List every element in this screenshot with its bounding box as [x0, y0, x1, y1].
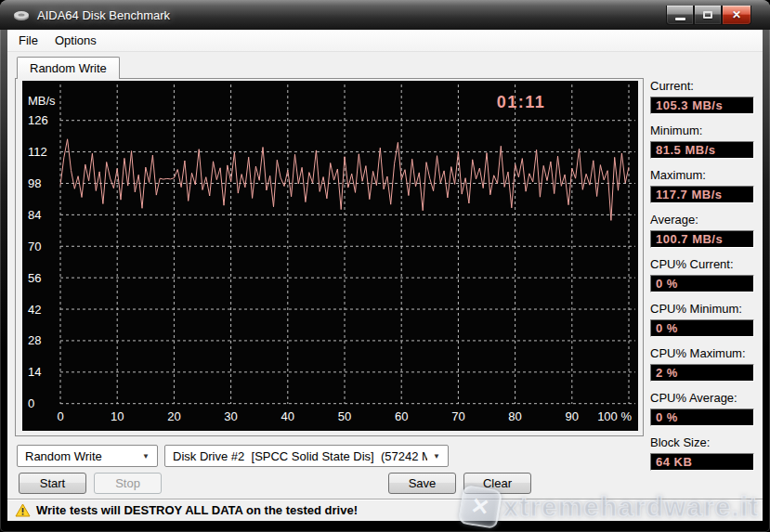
tab-pane: MB/s126112988470564228140010203040506070…	[15, 78, 644, 436]
stat-cpu-maximum: CPU% Maximum: 2 %	[650, 346, 754, 382]
stat-label: CPU% Maximum:	[650, 346, 754, 360]
svg-text:MB/s: MB/s	[28, 94, 56, 108]
svg-text:70: 70	[451, 409, 464, 423]
chevron-down-icon: ▼	[142, 452, 150, 461]
status-bar: Write tests will DESTROY ALL DATA on the…	[7, 499, 763, 521]
stat-average: Average: 100.7 MB/s	[650, 213, 754, 248]
svg-text:80: 80	[508, 409, 521, 423]
svg-text:126: 126	[28, 113, 48, 127]
svg-text:10: 10	[111, 409, 124, 423]
svg-text:20: 20	[167, 409, 180, 423]
title-bar[interactable]: AIDA64 Disk Benchmark ✕	[0, 0, 770, 30]
stat-current: Current: 105.3 MB/s	[650, 79, 754, 114]
stat-maximum: Maximum: 117.7 MB/s	[650, 168, 754, 203]
svg-text:70: 70	[28, 240, 41, 253]
svg-text:01:11: 01:11	[497, 93, 546, 111]
stat-cpu-minimum: CPU% Minimum: 0 %	[650, 302, 754, 337]
close-icon: ✕	[732, 9, 741, 20]
stat-value: 0 %	[650, 319, 754, 337]
menu-options[interactable]: Options	[46, 30, 105, 51]
stat-label: Average:	[650, 213, 754, 227]
test-type-value: Random Write	[25, 449, 137, 463]
window-frame: AIDA64 Disk Benchmark ✕ File Options Ran…	[0, 0, 770, 532]
stats-panel: Current: 105.3 MB/s Minimum: 81.5 MB/s M…	[650, 79, 754, 480]
stat-minimum: Minimum: 81.5 MB/s	[650, 123, 754, 159]
stat-block-size: Block Size: 64 KB	[650, 435, 754, 471]
stat-value: 105.3 MB/s	[650, 97, 754, 114]
stop-button[interactable]: Stop	[94, 473, 162, 494]
app-icon	[13, 9, 30, 21]
tab-random-write[interactable]: Random Write	[17, 57, 120, 79]
stat-label: Minimum:	[650, 123, 754, 137]
stat-label: CPU% Current:	[650, 257, 754, 271]
svg-text:0: 0	[57, 409, 63, 423]
minimize-icon	[675, 18, 685, 20]
svg-text:0: 0	[28, 396, 34, 410]
stat-label: Block Size:	[650, 435, 754, 449]
svg-text:14: 14	[28, 365, 41, 379]
svg-text:112: 112	[28, 145, 47, 159]
stat-value: 0 %	[650, 275, 754, 292]
stat-value: 64 KB	[650, 453, 754, 471]
chevron-down-icon: ▼	[433, 452, 440, 461]
stat-label: CPU% Minimum:	[650, 302, 754, 316]
maximize-icon	[703, 11, 712, 19]
svg-text:84: 84	[28, 208, 41, 222]
svg-text:56: 56	[28, 271, 41, 285]
drive-value: Disk Drive #2 [SPCC Solid State Dis] (57…	[173, 449, 427, 463]
menu-file[interactable]: File	[10, 30, 46, 51]
save-button[interactable]: Save	[388, 473, 456, 494]
stat-value: 2 %	[650, 364, 754, 382]
status-message: Write tests will DESTROY ALL DATA on the…	[36, 503, 358, 517]
svg-text:28: 28	[28, 333, 41, 347]
window-body: File Options Random Write MB/s1261129884…	[7, 30, 763, 521]
stat-label: Maximum:	[650, 168, 754, 182]
stat-cpu-current: CPU% Current: 0 %	[650, 257, 754, 292]
test-type-select[interactable]: Random Write ▼	[17, 445, 158, 467]
svg-text:50: 50	[338, 409, 351, 423]
close-button[interactable]: ✕	[722, 6, 751, 25]
stat-value: 0 %	[650, 409, 754, 426]
svg-text:98: 98	[28, 176, 41, 190]
svg-text:100 %: 100 %	[597, 409, 632, 423]
benchmark-chart: MB/s126112988470564228140010203040506070…	[22, 81, 638, 431]
drive-select[interactable]: Disk Drive #2 [SPCC Solid State Dis] (57…	[164, 445, 449, 467]
menu-bar: File Options	[7, 30, 763, 52]
svg-text:60: 60	[395, 409, 408, 423]
svg-text:42: 42	[28, 303, 41, 317]
window-controls: ✕	[666, 6, 751, 25]
minimize-button[interactable]	[666, 6, 694, 25]
stat-label: Current:	[650, 79, 754, 93]
stat-cpu-average: CPU% Average: 0 %	[650, 391, 754, 426]
stat-value: 117.7 MB/s	[650, 186, 754, 203]
svg-text:90: 90	[566, 409, 579, 423]
clear-button[interactable]: Clear	[463, 473, 531, 494]
stat-value: 81.5 MB/s	[650, 141, 754, 159]
window-title: AIDA64 Disk Benchmark	[37, 8, 170, 22]
start-button[interactable]: Start	[19, 473, 86, 494]
stat-value: 100.7 MB/s	[650, 230, 754, 248]
stat-label: CPU% Average:	[650, 391, 754, 405]
maximize-button[interactable]	[694, 6, 722, 25]
svg-text:30: 30	[224, 409, 237, 423]
warning-icon	[15, 503, 31, 517]
svg-text:40: 40	[281, 409, 294, 423]
